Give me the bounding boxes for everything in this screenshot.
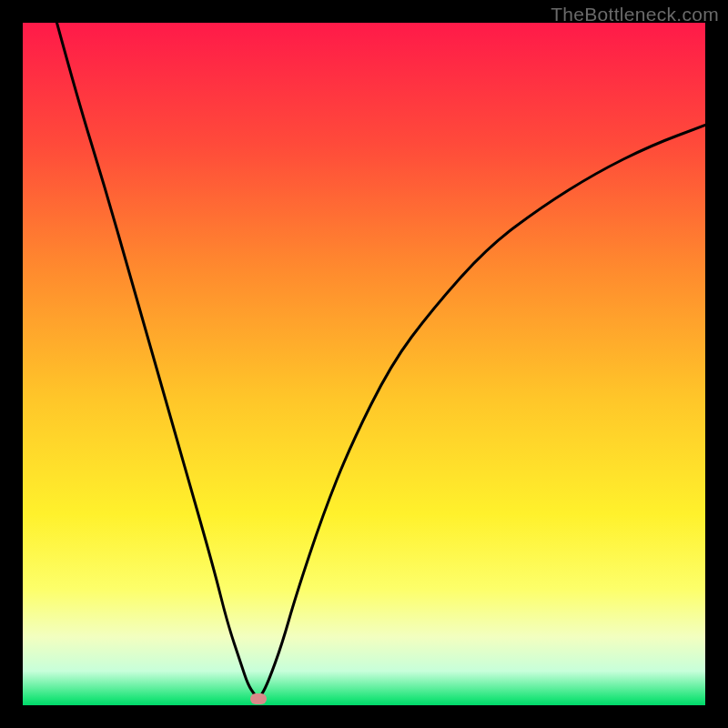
optimal-point-marker xyxy=(250,693,267,704)
chart-area xyxy=(23,23,705,705)
